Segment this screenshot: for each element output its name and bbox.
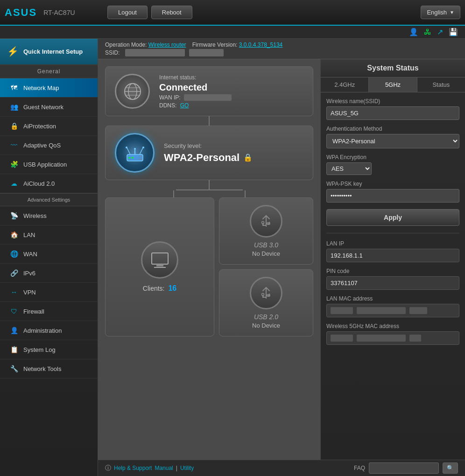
- chevron-down-icon: ▼: [450, 10, 454, 15]
- sidebar-item-aiprotection[interactable]: 🔒 AiProtection: [0, 117, 98, 136]
- wpa-enc-select[interactable]: AES TKIP TKIP+AES: [326, 162, 372, 175]
- sidebar-item-label: Firewall: [23, 308, 44, 315]
- svg-point-7: [132, 157, 134, 159]
- sidebar-item-network-tools[interactable]: 🔧 Network Tools: [0, 359, 98, 378]
- usb30-box: USB 3.0 No Device: [219, 197, 313, 265]
- content-wrapper: Operation Mode: Wireless router Firmware…: [98, 39, 465, 476]
- monitor-icon-circle: [141, 241, 178, 279]
- lan-mac-label: LAN MAC address: [326, 295, 459, 302]
- status-content: Wireless name(SSID) Authentication Metho…: [321, 92, 465, 460]
- administration-icon: 👤: [9, 327, 19, 334]
- firmware-value[interactable]: 3.0.0.4.378_5134: [239, 42, 282, 48]
- general-section-title: General: [0, 64, 98, 78]
- connector-1: [105, 116, 313, 126]
- language-label: English: [427, 9, 447, 16]
- manual-link[interactable]: Manual: [155, 465, 173, 471]
- sidebar-item-wireless[interactable]: 📡 Wireless: [0, 206, 98, 225]
- clients-label: Clients: 16: [143, 284, 176, 293]
- faq-label: FAQ: [354, 465, 365, 471]
- ssid-value2: ████: [189, 49, 224, 56]
- sidebar-item-system-log[interactable]: 📋 System Log: [0, 340, 98, 359]
- logout-button[interactable]: Logout: [107, 6, 148, 19]
- horiz-line: [176, 189, 243, 190]
- footer-right: FAQ 🔍: [354, 462, 458, 474]
- horiz-connector: [142, 189, 276, 190]
- sidebar-item-label: LAN: [23, 231, 35, 238]
- language-selector[interactable]: English ▼: [421, 6, 460, 19]
- wpa-encryption-label: WPA Encryption: [326, 154, 459, 161]
- sidebar-item-firewall[interactable]: 🛡 Firewall: [0, 302, 98, 321]
- sidebar-item-aicloud[interactable]: ☁ AiCloud 2.0: [0, 174, 98, 193]
- internet-status-label: Internet status:: [159, 74, 232, 81]
- usb20-label: USB 2.0: [254, 313, 278, 321]
- header-actions: Logout Reboot: [107, 6, 192, 19]
- help-circle-icon: ⓘ: [105, 464, 111, 472]
- wpapsk-input[interactable]: [326, 189, 459, 203]
- content-right-wrapper: Internet status: Connected WAN IP: █████…: [98, 59, 465, 460]
- operation-mode-value[interactable]: Wireless router: [148, 42, 186, 48]
- sidebar-item-vpn[interactable]: ↔ VPN: [0, 283, 98, 302]
- sidebar-item-label: USB Application: [23, 161, 67, 168]
- wireless5g-mac-label: Wireless 5GHz MAC address: [326, 323, 459, 329]
- faq-search-input[interactable]: [369, 462, 439, 474]
- apply-button[interactable]: Apply: [326, 209, 459, 226]
- ddns-link[interactable]: GO: [180, 102, 189, 109]
- logo-area: ASUS RT-AC87U: [5, 7, 103, 19]
- wireless-name-input[interactable]: [326, 106, 459, 120]
- utility-link[interactable]: Utility: [180, 465, 194, 471]
- svg-rect-16: [152, 253, 168, 264]
- sidebar-item-usb-application[interactable]: 🧩 USB Application: [0, 155, 98, 174]
- tab-24ghz[interactable]: 2.4GHz: [321, 77, 369, 92]
- sidebar-item-label: WAN: [23, 251, 37, 258]
- firmware-label: Firmware Version:: [192, 42, 238, 48]
- system-status-title: System Status: [321, 59, 465, 77]
- sidebar-item-network-map[interactable]: 🗺 Network Map: [0, 78, 98, 98]
- sidebar-item-quick-internet[interactable]: ⚡ Quick Internet Setup: [0, 39, 98, 64]
- faq-search-button[interactable]: 🔍: [443, 462, 458, 474]
- tab-5ghz[interactable]: 5GHz: [369, 77, 417, 92]
- double-connector: [105, 190, 313, 197]
- svg-point-15: [142, 147, 144, 148]
- sidebar-item-label: System Log: [23, 346, 56, 353]
- sidebar-item-lan[interactable]: 🏠 LAN: [0, 225, 98, 245]
- svg-point-8: [140, 155, 141, 157]
- usb20-status: No Device: [252, 322, 280, 329]
- sidebar-item-label: Wireless: [23, 212, 47, 219]
- internet-status-value: Connected: [159, 82, 232, 93]
- status-tabs: 2.4GHz 5GHz Status: [321, 77, 465, 92]
- usb30-icon-circle: [250, 205, 282, 238]
- usb-column: USB 3.0 No Device: [219, 197, 313, 336]
- tab-status[interactable]: Status: [417, 77, 465, 92]
- network-status-icon[interactable]: 🖧: [424, 28, 431, 36]
- usb30-status: No Device: [252, 250, 280, 257]
- lan-mac-value: ██ ██████ ██: [326, 304, 459, 317]
- auth-method-select[interactable]: WPA2-Personal Open System WPA-Personal W…: [326, 134, 459, 148]
- globe-icon-circle: [115, 74, 150, 109]
- sidebar-item-ipv6[interactable]: 🔗 IPv6: [0, 264, 98, 283]
- sidebar-item-wan[interactable]: 🌐 WAN: [0, 245, 98, 264]
- svg-rect-17: [156, 264, 163, 266]
- info-bar: Operation Mode: Wireless router Firmware…: [98, 39, 465, 59]
- usb20-box: USB 2.0 No Device: [219, 269, 313, 336]
- quick-internet-label: Quick Internet Setup: [23, 48, 83, 55]
- sidebar: ⚡ Quick Internet Setup General 🗺 Network…: [0, 39, 98, 476]
- ipv6-icon: 🔗: [9, 269, 19, 277]
- reboot-button[interactable]: Reboot: [151, 6, 192, 19]
- lan-icon: 🏠: [9, 231, 19, 238]
- wireless-icon: 📡: [9, 212, 19, 219]
- sidebar-item-administration[interactable]: 👤 Administration: [0, 321, 98, 340]
- help-support-link[interactable]: Help & Support: [114, 465, 152, 471]
- usb30-label: USB 3.0: [254, 241, 278, 249]
- lock-icon: 🔒: [243, 153, 253, 162]
- wireless-name-label: Wireless name(SSID): [326, 98, 459, 105]
- share-icon[interactable]: ↗: [437, 28, 443, 36]
- wan-ip-value: █████: [184, 94, 232, 101]
- sidebar-item-guest-network[interactable]: 👥 Guest Network: [0, 98, 98, 117]
- header: ASUS RT-AC87U Logout Reboot English ▼: [0, 0, 465, 26]
- user-icon[interactable]: 👤: [409, 28, 418, 36]
- globe-svg: [123, 82, 142, 101]
- disk-icon[interactable]: 💾: [449, 28, 458, 36]
- sidebar-item-adaptive-qos[interactable]: 〰 Adaptive QoS: [0, 136, 98, 155]
- operation-mode-label: Operation Mode:: [105, 42, 147, 48]
- sidebar-item-label: Administration: [23, 327, 62, 334]
